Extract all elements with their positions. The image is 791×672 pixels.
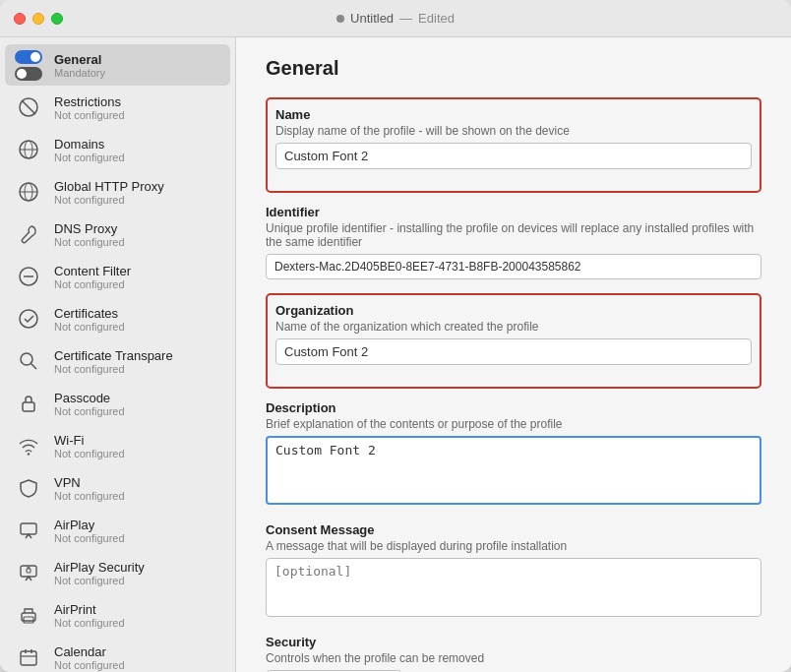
sidebar-item-vpn-name: VPN <box>54 475 125 490</box>
sidebar-item-wifi-sub: Not configured <box>54 448 125 459</box>
sidebar-item-http-name: Global HTTP Proxy <box>54 179 164 194</box>
consent-textarea[interactable] <box>266 558 761 617</box>
sidebar-item-passcode-sub: Not configured <box>54 405 125 417</box>
sidebar-item-airplaysec-sub: Not configured <box>54 575 145 586</box>
shield-icon <box>15 474 42 502</box>
sidebar-item-airplay-name: AirPlay <box>54 518 125 532</box>
sidebar-item-content-name: Content Filter <box>54 264 131 278</box>
consent-field-group: Consent Message A message that will be d… <box>266 522 761 621</box>
svg-rect-17 <box>27 569 30 573</box>
identifier-input[interactable] <box>266 254 761 279</box>
circle-minus-icon <box>15 263 42 290</box>
svg-rect-19 <box>24 617 33 623</box>
wrench-icon <box>15 220 42 248</box>
security-label: Security <box>266 635 761 649</box>
calendar-icon <box>15 643 42 671</box>
description-desc: Brief explanation of the contents or pur… <box>266 417 761 431</box>
sidebar-item-domains-name: Domains <box>54 137 125 152</box>
page-title: General <box>266 57 761 80</box>
description-field-group: Description Brief explanation of the con… <box>266 400 761 509</box>
sidebar-item-vpn-sub: Not configured <box>54 490 125 502</box>
sidebar-item-airplay[interactable]: AirPlay Not configured <box>5 510 230 551</box>
sidebar-item-wifi[interactable]: Wi-Fi Not configured <box>5 425 230 466</box>
sidebar-item-certtrans-name: Certificate Transpare <box>54 348 173 363</box>
sidebar-item-passcode[interactable]: Passcode Not configured <box>5 383 230 424</box>
identifier-label: Identifier <box>266 205 761 219</box>
titlebar: Untitled — Edited <box>0 0 791 37</box>
printer-icon <box>15 601 42 629</box>
org-desc: Name of the organization which created t… <box>275 320 752 334</box>
sidebar-item-airplay-security[interactable]: AirPlay Security Not configured <box>5 552 230 593</box>
consent-desc: A message that will be displayed during … <box>266 539 761 553</box>
sidebar-item-airprint[interactable]: AirPrint Not configured <box>5 594 230 636</box>
sidebar-item-http-sub: Not configured <box>54 194 164 206</box>
traffic-lights <box>14 13 63 25</box>
main-panel: General Name Display name of the profile… <box>236 37 791 672</box>
identifier-field-group: Identifier Unique profile identifier - i… <box>266 205 761 279</box>
sidebar-item-cert-transpare[interactable]: Certificate Transpare Not configured <box>5 340 230 382</box>
sidebar-item-general-name: General <box>54 52 105 67</box>
description-textarea[interactable]: Custom Font 2 <box>266 436 761 505</box>
name-label: Name <box>275 107 752 122</box>
svg-point-10 <box>20 310 37 328</box>
sidebar-item-vpn[interactable]: VPN Not configured <box>5 467 230 509</box>
sidebar-item-dns-sub: Not configured <box>54 236 125 248</box>
window-title: Untitled — Edited <box>336 11 455 26</box>
globe-icon <box>15 136 42 163</box>
sidebar-item-certtrans-sub: Not configured <box>54 363 173 375</box>
svg-rect-16 <box>21 566 36 577</box>
name-desc: Display name of the profile - will be sh… <box>275 124 752 138</box>
sidebar-item-content-sub: Not configured <box>54 278 131 290</box>
minimize-button[interactable] <box>32 13 44 25</box>
sidebar-item-restrictions[interactable]: Restrictions Not configured <box>5 87 230 128</box>
svg-rect-15 <box>21 523 36 534</box>
wifi-icon <box>15 432 42 459</box>
identifier-desc: Unique profile identifier - installing t… <box>266 221 761 249</box>
sidebar-item-airprint-sub: Not configured <box>54 617 125 629</box>
close-button[interactable] <box>14 13 26 25</box>
sidebar-item-certs-name: Certificates <box>54 306 125 321</box>
sidebar-item-certificates[interactable]: Certificates Not configured <box>5 298 230 339</box>
sidebar-item-certs-sub: Not configured <box>54 321 125 333</box>
sidebar-item-restrictions-name: Restrictions <box>54 94 125 109</box>
sidebar-item-general-sub: Mandatory <box>54 67 105 79</box>
sidebar-item-airplay-sub: Not configured <box>54 532 125 544</box>
sidebar-item-dns-proxy[interactable]: DNS Proxy Not configured <box>5 214 230 255</box>
globe2-icon <box>15 178 42 206</box>
svg-point-14 <box>28 453 30 455</box>
magnifier-icon <box>15 347 42 375</box>
window: Untitled — Edited <box>0 0 791 672</box>
sidebar-item-calendar-sub: Not configured <box>54 659 125 671</box>
sidebar-item-calendar[interactable]: Calendar Not configured <box>5 637 230 672</box>
consent-label: Consent Message <box>266 522 761 537</box>
sidebar-item-airplaysec-name: AirPlay Security <box>54 560 145 575</box>
svg-line-12 <box>31 364 37 370</box>
sidebar-item-dns-name: DNS Proxy <box>54 221 125 236</box>
org-label: Organization <box>275 303 752 318</box>
organization-input[interactable] <box>275 338 752 365</box>
lock-icon <box>15 390 42 417</box>
sidebar-item-restrictions-sub: Not configured <box>54 109 125 121</box>
maximize-button[interactable] <box>51 13 63 25</box>
name-input[interactable] <box>275 143 752 169</box>
name-field-box: Name Display name of the profile - will … <box>266 97 761 193</box>
sidebar: General Mandatory Restrictions Not confi… <box>0 37 236 672</box>
sidebar-item-calendar-name: Calendar <box>54 644 125 659</box>
document-icon <box>336 15 344 23</box>
sidebar-item-global-http-proxy[interactable]: Global HTTP Proxy Not configured <box>5 171 230 213</box>
sidebar-item-airprint-name: AirPrint <box>54 602 125 617</box>
sidebar-item-general[interactable]: General Mandatory <box>5 44 230 86</box>
sidebar-item-content-filter[interactable]: Content Filter Not configured <box>5 256 230 297</box>
description-label: Description <box>266 400 761 415</box>
airplay-icon <box>15 517 42 544</box>
svg-point-11 <box>21 353 32 365</box>
svg-line-1 <box>22 100 35 114</box>
circle-slash-icon <box>15 93 42 121</box>
toggle-icon <box>15 51 42 79</box>
sidebar-item-domains[interactable]: Domains Not configured <box>5 129 230 170</box>
sidebar-item-wifi-name: Wi-Fi <box>54 433 125 448</box>
lock-airplay-icon <box>15 559 42 586</box>
svg-rect-13 <box>23 402 34 411</box>
checkmark-circle-icon <box>15 305 42 333</box>
sidebar-item-passcode-name: Passcode <box>54 391 125 405</box>
